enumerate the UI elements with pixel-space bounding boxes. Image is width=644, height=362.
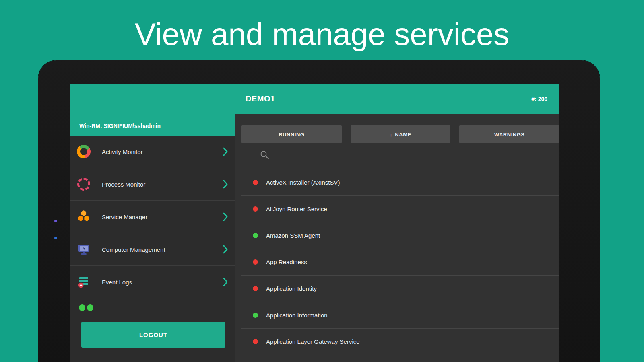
search-field[interactable] — [242, 143, 559, 169]
tablet-device: Win-RM: SIGNIFIUM\sshadmin Activity Moni… — [38, 60, 600, 362]
status-dot — [253, 180, 258, 185]
sidebar-item-label: Service Manager — [102, 214, 147, 220]
status-dot — [253, 339, 258, 344]
sidebar-item-computer-management[interactable]: Computer Management — [70, 233, 235, 266]
sidebar-menu: Activity Monitor Process Monitor — [70, 136, 235, 317]
filter-label: WARNINGS — [494, 132, 525, 138]
logout-button[interactable]: LOGOUT — [81, 322, 225, 348]
service-manager-icon — [76, 209, 91, 224]
event-logs-icon — [76, 274, 91, 290]
filter-label: RUNNING — [279, 132, 304, 138]
filter-bar: RUNNING ↑ NAME WARNINGS — [242, 125, 559, 143]
status-dot — [253, 206, 258, 212]
host-title: DEMO1 — [246, 94, 275, 103]
partial-menu-item-icon — [87, 304, 93, 311]
service-row[interactable]: Application Layer Gateway Service — [242, 328, 559, 355]
activity-monitor-icon — [76, 144, 91, 159]
chevron-right-icon — [223, 245, 228, 254]
service-name: App Readiness — [266, 259, 307, 265]
service-row[interactable]: AllJoyn Router Service — [242, 195, 559, 222]
chevron-right-icon — [223, 179, 228, 189]
partial-menu-item-icon — [79, 304, 85, 311]
service-row[interactable]: Application Identity — [242, 275, 559, 302]
service-name: Amazon SSM Agent — [266, 232, 320, 239]
filter-warnings-button[interactable]: WARNINGS — [459, 125, 559, 143]
search-icon — [260, 150, 270, 162]
service-row[interactable]: ActiveX Installer (AxInstSV) — [242, 169, 559, 195]
service-name: Application Identity — [266, 285, 317, 292]
sidebar-item-service-manager[interactable]: Service Manager — [70, 201, 235, 233]
chevron-right-icon — [223, 147, 228, 156]
service-row[interactable]: Amazon SSM Agent — [242, 222, 559, 249]
hero-title: View and manage services — [0, 16, 644, 53]
sidebar-item-label: Computer Management — [102, 246, 165, 253]
sidebar-item-event-logs[interactable]: Event Logs — [70, 266, 235, 298]
filter-label: NAME — [395, 132, 411, 138]
app-screen: Win-RM: SIGNIFIUM\sshadmin Activity Moni… — [70, 84, 559, 362]
sidebar-item-label: Process Monitor — [102, 181, 145, 188]
service-row[interactable]: Application Information — [242, 302, 559, 328]
service-name: Application Information — [266, 312, 328, 319]
app-topbar: DEMO1 #: 206 — [235, 84, 559, 114]
service-name: ActiveX Installer (AxInstSV) — [266, 179, 340, 186]
process-monitor-icon — [76, 177, 91, 192]
chevron-right-icon — [223, 212, 228, 222]
sidebar-item-process-monitor[interactable]: Process Monitor — [70, 168, 235, 201]
filter-name-sort-button[interactable]: ↑ NAME — [351, 125, 451, 143]
connection-label: Win-RM: SIGNIFIUM\sshadmin — [79, 123, 161, 129]
main-panel: DEMO1 #: 206 RUNNING ↑ NAME WARNINGS — [235, 84, 559, 362]
sidebar: Win-RM: SIGNIFIUM\sshadmin Activity Moni… — [70, 84, 235, 362]
service-count-badge: #: 206 — [531, 96, 547, 102]
status-dot — [253, 233, 258, 238]
chevron-right-icon — [223, 277, 228, 287]
sidebar-item-label: Activity Monitor — [102, 148, 143, 155]
status-dot — [253, 259, 258, 265]
filter-running-button[interactable]: RUNNING — [242, 125, 342, 143]
status-dot — [253, 313, 258, 318]
status-dot — [253, 286, 258, 291]
service-name: AllJoyn Router Service — [266, 206, 327, 212]
service-name: Application Layer Gateway Service — [266, 338, 360, 345]
sidebar-item-label: Event Logs — [102, 279, 132, 286]
sort-ascending-icon: ↑ — [390, 132, 392, 138]
service-list: ActiveX Installer (AxInstSV) AllJoyn Rou… — [242, 169, 559, 355]
service-row[interactable]: App Readiness — [242, 249, 559, 275]
connection-header: Win-RM: SIGNIFIUM\sshadmin — [70, 84, 235, 136]
computer-management-icon — [76, 242, 91, 257]
bezel-dot-blue — [54, 237, 57, 239]
sidebar-item-activity-monitor[interactable]: Activity Monitor — [70, 136, 235, 168]
bezel-dot-purple — [54, 220, 57, 222]
partial-menu-item — [70, 298, 235, 317]
